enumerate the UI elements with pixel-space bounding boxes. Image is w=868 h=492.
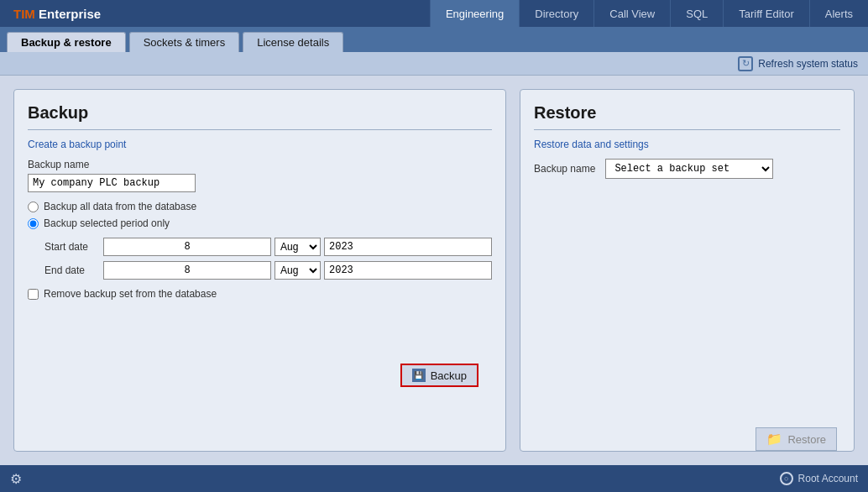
nav-tab-tariffeditor[interactable]: Tariff Editor <box>723 0 809 27</box>
end-day-input[interactable] <box>103 261 271 280</box>
radio-period: Backup selected period only <box>28 217 492 229</box>
backup-disk-icon: 💾 <box>412 369 426 382</box>
backup-set-select[interactable]: Select a backup set <box>605 159 773 179</box>
radio-period-label: Backup selected period only <box>44 217 170 229</box>
sub-tab-sockets[interactable]: Sockets & timers <box>129 32 240 52</box>
end-month-select[interactable]: Aug JanFebMarApr MayJunJul SepOctNovDec <box>275 261 321 280</box>
user-avatar-icon: ○ <box>780 472 793 485</box>
radio-all-label: Backup all data from the database <box>44 201 196 212</box>
restore-backup-name-label: Backup name <box>534 163 595 175</box>
restore-subtitle[interactable]: Restore data and settings <box>534 139 840 150</box>
start-month-select[interactable]: Aug JanFebMarApr MayJunJul SepOctNovDec <box>275 238 321 256</box>
end-year-input[interactable] <box>324 261 492 280</box>
refresh-label: Refresh system status <box>758 58 858 70</box>
nav-tab-callview[interactable]: Call View <box>593 0 670 27</box>
folder-icon: 📁 <box>766 432 782 447</box>
nav-tab-directory[interactable]: Directory <box>519 0 593 27</box>
restore-panel-title: Restore <box>534 103 840 130</box>
nav-tab-alerts[interactable]: Alerts <box>809 0 868 27</box>
user-account-label: Root Account <box>798 473 858 484</box>
user-info: ○ Root Account <box>780 472 858 485</box>
end-date-row: End date Aug JanFebMarApr MayJunJul SepO… <box>44 261 492 280</box>
remove-backup-label: Remove backup set from the database <box>44 288 217 300</box>
settings-button[interactable]: ⚙ <box>10 471 22 487</box>
end-date-label: End date <box>44 264 103 276</box>
footer: ⚙ ○ Root Account <box>0 465 868 492</box>
start-date-label: Start date <box>44 241 103 253</box>
remove-backup-checkbox[interactable] <box>28 289 39 300</box>
sub-tab-backup[interactable]: Backup & restore <box>7 32 126 52</box>
logo-product: Enterprise <box>39 7 101 21</box>
nav-tabs: Engineering Directory Call View SQL Tari… <box>430 0 868 27</box>
backup-button[interactable]: 💾 Backup <box>400 364 478 387</box>
restore-backup-name-row: Backup name Select a backup set <box>534 159 840 179</box>
radio-all-data: Backup all data from the database <box>28 201 492 212</box>
backup-name-group: Backup name <box>28 159 492 192</box>
remove-backup-checkbox-group: Remove backup set from the database <box>28 288 492 300</box>
radio-all-input[interactable] <box>28 202 39 212</box>
backup-create-link[interactable]: Create a backup point <box>28 139 492 150</box>
app-logo: TIM Enterprise <box>0 7 114 21</box>
nav-tab-engineering[interactable]: Engineering <box>430 0 519 27</box>
start-year-input[interactable] <box>324 238 492 256</box>
backup-panel: Backup Create a backup point Backup name… <box>13 89 506 452</box>
top-navigation: TIM Enterprise Engineering Directory Cal… <box>0 0 868 27</box>
backup-type-group: Backup all data from the database Backup… <box>28 201 492 229</box>
main-content: Backup Create a backup point Backup name… <box>0 76 868 465</box>
backup-name-label: Backup name <box>28 159 492 170</box>
restore-button-label: Restore <box>787 433 826 446</box>
refresh-icon: ↻ <box>738 56 753 71</box>
backup-panel-title: Backup <box>28 103 492 130</box>
restore-panel: Restore Restore data and settings Backup… <box>520 89 855 452</box>
start-day-input[interactable] <box>103 238 271 256</box>
sub-tab-license[interactable]: License details <box>243 32 343 52</box>
nav-tab-sql[interactable]: SQL <box>670 0 723 27</box>
refresh-system-status-button[interactable]: ↻ Refresh system status <box>738 56 858 71</box>
backup-name-input[interactable] <box>28 174 196 192</box>
sub-navigation: Backup & restore Sockets & timers Licens… <box>0 27 868 52</box>
radio-period-input[interactable] <box>28 218 39 229</box>
logo-brand: TIM <box>13 7 35 21</box>
start-date-row: Start date Aug JanFebMarApr MayJunJul Se… <box>44 238 492 256</box>
backup-button-label: Backup <box>431 369 467 382</box>
status-bar: ↻ Refresh system status <box>0 52 868 76</box>
restore-button[interactable]: 📁 Restore <box>756 427 837 451</box>
